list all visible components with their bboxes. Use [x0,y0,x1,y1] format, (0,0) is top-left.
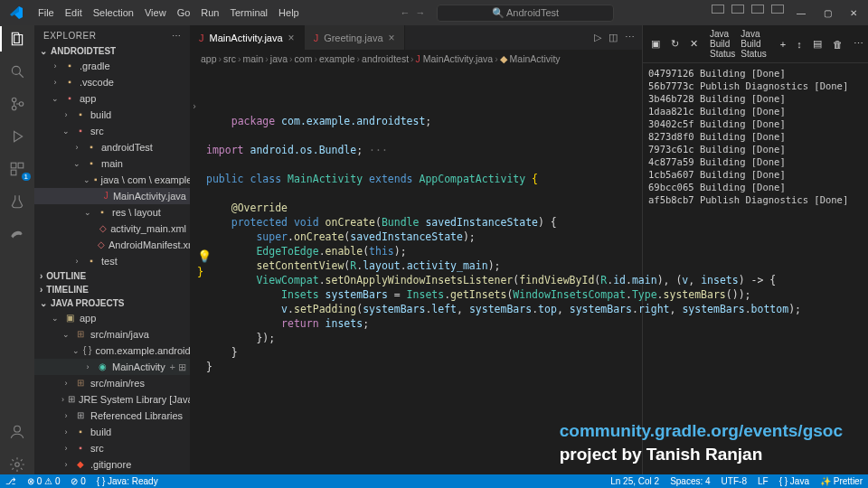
code-editor[interactable]: 💡 } package com.example.androidtest; ›im… [190,67,642,378]
panel-more-icon[interactable]: ⋯ [851,38,866,50]
proj-referenced-libraries[interactable]: ›⊞Referenced Libraries [34,408,190,424]
svg-rect-4 [11,163,16,168]
menu-run[interactable]: Run [195,5,224,20]
trash-icon[interactable]: 🗑 [830,39,845,50]
tab-greeting-java[interactable]: JGreeting.java× [305,25,405,50]
tree--vscode[interactable]: ›▪.vscode [34,74,190,90]
search-view-icon[interactable] [7,61,27,81]
debug-icon[interactable] [7,127,27,146]
sb-{ } Java[interactable]: { } Java: Ready [97,476,158,486]
section-outline[interactable]: ›OUTLINE [34,269,190,283]
layout-right-icon[interactable] [751,5,764,14]
scm-icon[interactable] [7,94,27,114]
sb-⎇[interactable]: ⎇ [5,476,16,486]
tree-main[interactable]: ⌄▪main [34,155,190,172]
pin-icon[interactable]: ▤ [810,38,825,50]
menu-go[interactable]: Go [172,5,196,20]
tree-src[interactable]: ⌄▪src [34,123,190,139]
sb-{ } Java[interactable]: { } Java [779,476,809,486]
crumb-androidtest[interactable]: androidtest [362,53,409,64]
clear-icon[interactable]: ✕ [687,38,701,50]
layout-bottom-icon[interactable] [731,5,744,14]
crumb-mainactivity-java[interactable]: J MainActivity.java [416,53,494,64]
proj-com-example-androidtest[interactable]: ⌄{ }com.example.androidtest [34,343,190,359]
search-text: AndroidTest [506,7,559,18]
menu-edit[interactable]: Edit [60,5,88,20]
sidebar-more-icon[interactable]: ⋯ [172,31,182,41]
tree-app[interactable]: ⌄▪app [34,90,190,107]
proj-src-main-java[interactable]: ⌄⊞src/main/java [34,326,190,343]
crumb-src[interactable]: src [223,53,236,64]
tree--gradle[interactable]: ›▪.gradle [34,58,190,74]
proj-mainactivity[interactable]: ›◉MainActivity+ ⊞ [34,359,190,375]
sort-icon[interactable]: ↕ [794,39,805,50]
tab-close-icon[interactable]: × [389,32,395,44]
sb-LF[interactable]: LF [758,476,769,486]
close-icon[interactable]: ✕ [843,5,864,22]
sb-Ln 25, C[interactable]: Ln 25, Col 2 [610,476,659,486]
breadcrumb[interactable]: app›src›main›java›com›example›androidtes… [190,51,642,67]
tree-activity-main-xml[interactable]: ◇activity_main.xml [34,221,190,237]
extensions-icon[interactable]: 1 [7,159,27,179]
tab-row: JMainActivity.java×JGreeting.java× ▷ ◫ ⋯ [190,25,642,51]
split-icon[interactable]: ◫ [609,32,618,43]
rerun-icon[interactable]: ↻ [668,38,682,50]
crumb-mainactivity[interactable]: ◆ MainActivity [500,53,561,64]
sb-Spaces: [interactable]: Spaces: 4 [670,476,710,486]
gradle-icon[interactable] [7,224,27,244]
tree-androidtest[interactable]: ›▪androidTest [34,139,190,155]
section-timeline[interactable]: ›TIMELINE [34,283,190,296]
nav-fwd-icon[interactable]: → [416,7,426,18]
tab-close-icon[interactable]: × [288,32,295,44]
menu-file[interactable]: File [33,5,60,20]
account-icon[interactable] [7,422,27,442]
layout-left-icon[interactable] [712,5,724,14]
sb-⊘ 0[interactable]: ⊘ 0 [71,476,85,486]
proj-src[interactable]: ›▪src [34,440,190,456]
tab-mainactivity-java[interactable]: JMainActivity.java× [190,25,305,50]
menu-help[interactable]: Help [273,5,305,20]
layout-full-icon[interactable] [771,5,784,14]
crumb-app[interactable]: app [201,53,217,64]
testing-icon[interactable] [7,192,27,211]
nav-back-icon[interactable]: ← [401,7,410,18]
command-center[interactable]: 🔍 AndroidTest [437,5,615,22]
proj-build[interactable]: ›▪build [34,424,190,440]
proj-build-gradle[interactable]: ›◆build.gradle [34,473,190,474]
section-java-projects[interactable]: ⌄JAVA PROJECTS [34,296,190,310]
activity-bar: 1 [0,25,34,474]
overlay-url: community.gradle.org/events/gsoc [560,421,843,441]
proj-src-main-res[interactable]: ›⊞src/main/res [34,375,190,391]
add-icon[interactable]: + [778,39,788,50]
tree-java-com-example-androidtest[interactable]: ⌄▪java \ com \ example \ androidtest [34,172,190,188]
folder-root[interactable]: ⌄ANDROIDTEST [34,44,190,58]
crumb-main[interactable]: main [243,53,264,64]
tree-test[interactable]: ›▪test [34,253,190,269]
crumb-java[interactable]: java [270,53,288,64]
sb-⊗ 0 ⚠ 0[interactable]: ⊗ 0 ⚠ 0 [27,476,60,486]
proj-app[interactable]: ⌄▣app [34,310,190,326]
tree-androidmanifest-xml[interactable]: ◇AndroidManifest.xml [34,237,190,253]
menu-terminal[interactable]: Terminal [225,5,274,20]
stop-icon[interactable]: ▣ [648,38,663,50]
crumb-example[interactable]: example [319,53,355,64]
menu-selection[interactable]: Selection [88,5,139,20]
more-icon[interactable]: ⋯ [625,32,635,43]
sb-✨ Pretti[interactable]: ✨ Prettier [820,476,863,486]
maximize-icon[interactable]: ▢ [816,5,839,22]
gear-icon[interactable] [7,455,27,474]
run-icon[interactable]: ▷ [594,32,601,43]
explorer-icon[interactable] [7,29,27,49]
crumb-com[interactable]: com [295,53,313,64]
proj-jre-system-library-javase-21-[interactable]: ›⊞JRE System Library [JavaSE-21] [34,391,190,408]
menu-view[interactable]: View [139,5,172,20]
tree-mainactivity-java[interactable]: JMainActivity.java [34,188,190,204]
tree-build[interactable]: ›▪build [34,107,190,123]
minimize-icon[interactable]: — [789,5,813,22]
sb-UTF-8[interactable]: UTF-8 [722,476,747,486]
lightbulb-icon[interactable]: 💡 [197,249,212,264]
svg-point-0 [12,66,20,74]
tree-res-layout[interactable]: ⌄▪res \ layout [34,204,190,221]
proj--gitignore[interactable]: ›◆.gitignore [34,456,190,473]
brace-hint-icon: } [197,265,203,279]
